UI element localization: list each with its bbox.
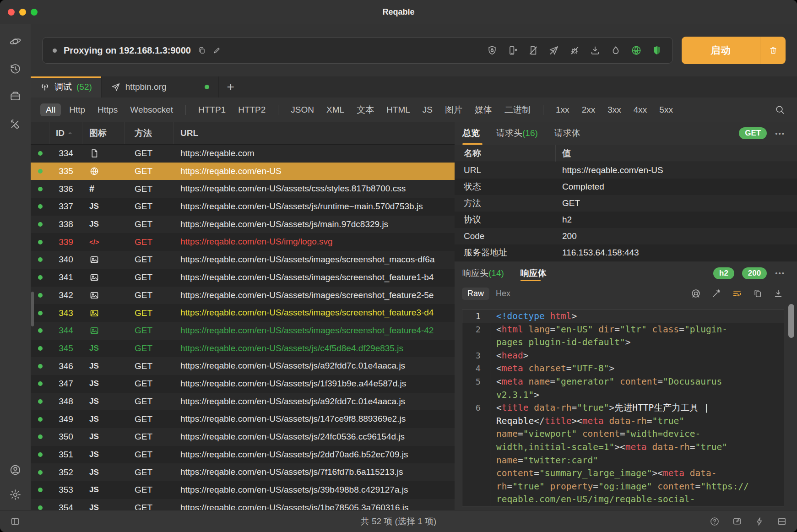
code-viewer-scrollbar[interactable] — [788, 304, 794, 338]
filter-2xx[interactable]: 2xx — [582, 105, 596, 115]
column-header-icon[interactable]: 图标 — [82, 122, 125, 144]
browser-icon[interactable] — [691, 288, 701, 299]
add-session-tab-button[interactable]: + — [219, 76, 243, 98]
filter-websocket[interactable]: Websocket — [130, 105, 173, 115]
fullscreen-window-button[interactable] — [31, 9, 38, 16]
filter-http2[interactable]: HTTP2 — [238, 105, 266, 115]
filter-http1[interactable]: HTTP1 — [198, 105, 226, 115]
breakpoint-off-icon[interactable] — [569, 45, 580, 56]
tools-icon[interactable] — [9, 118, 22, 130]
history-icon[interactable] — [9, 63, 22, 75]
filter-https[interactable]: Https — [98, 105, 118, 115]
copy-icon[interactable] — [753, 288, 763, 299]
ssl-shield-lock-icon[interactable] — [487, 45, 498, 56]
more-options-icon[interactable]: ••• — [775, 130, 785, 137]
clear-sessions-button[interactable] — [760, 46, 786, 55]
collections-icon[interactable] — [9, 90, 22, 103]
request-row-352[interactable]: 352JSGEThttps://reqable.com/en-US/assets… — [31, 463, 455, 481]
search-icon[interactable] — [775, 104, 785, 115]
security-shield-icon[interactable] — [651, 45, 662, 56]
request-row-343[interactable]: 343GEThttps://reqable.com/en-US/assets/i… — [31, 304, 455, 322]
feedback-icon[interactable] — [732, 516, 742, 527]
request-id: 338 — [49, 216, 82, 233]
request-row-346[interactable]: 346JSGEThttps://reqable.com/en-US/assets… — [31, 357, 455, 375]
mock-off-icon[interactable] — [548, 45, 559, 56]
edit-proxy-icon[interactable] — [213, 46, 221, 54]
code-text: content="summary_large_image"><meta data… — [490, 467, 716, 480]
request-row-351[interactable]: 351JSGEThttps://reqable.com/en-US/assets… — [31, 446, 455, 464]
download-sm-icon[interactable] — [773, 288, 783, 299]
account-icon[interactable] — [9, 464, 22, 476]
toggle-sidebar-icon[interactable] — [10, 516, 20, 527]
view-tab-raw[interactable]: Raw — [462, 288, 489, 300]
response-body-code-viewer[interactable]: 1<!doctype html>2<html lang="en-US" dir=… — [462, 309, 784, 506]
request-row-350[interactable]: 350JSGEThttps://reqable.com/en-US/assets… — [31, 428, 455, 446]
network-globe-icon[interactable] — [631, 45, 642, 56]
request-row-334[interactable]: 334GEThttps://reqable.com — [31, 145, 455, 163]
start-button[interactable]: 启动 — [682, 37, 786, 64]
request-row-339[interactable]: 339</>GEThttps://reqable.com/en-US/img/l… — [31, 233, 455, 251]
request-detail-tab-总览[interactable]: 总览 — [462, 122, 480, 145]
request-row-337[interactable]: 337JSGEThttps://reqable.com/en-US/assets… — [31, 198, 455, 216]
help-icon[interactable] — [710, 516, 720, 527]
request-id: 350 — [49, 428, 82, 446]
filter-图片[interactable]: 图片 — [445, 104, 462, 116]
traffic-lights — [8, 0, 38, 24]
copy-proxy-address-icon[interactable] — [198, 46, 206, 54]
column-header-method[interactable]: 方法 — [125, 122, 173, 144]
column-header-method-label: 方法 — [135, 127, 152, 139]
request-row-354[interactable]: 354JSGEThttps://reqable.com/en-US/assets… — [31, 499, 455, 510]
filter-文本[interactable]: 文本 — [357, 104, 374, 116]
request-list-scrollbar[interactable] — [31, 292, 34, 326]
view-tab-hex[interactable]: Hex — [496, 289, 510, 299]
request-row-340[interactable]: 340GEThttps://reqable.com/en-US/assets/i… — [31, 251, 455, 269]
settings-icon[interactable] — [9, 489, 22, 501]
wrap-icon[interactable] — [732, 288, 742, 299]
request-row-348[interactable]: 348JSGEThttps://reqable.com/en-US/assets… — [31, 393, 455, 411]
filter-4xx[interactable]: 4xx — [634, 105, 647, 115]
filter-xml[interactable]: XML — [326, 105, 344, 115]
column-header-id[interactable]: ID — [49, 122, 82, 144]
request-row-335[interactable]: 335GEThttps://reqable.com/en-US — [31, 163, 455, 180]
close-window-button[interactable] — [8, 9, 15, 16]
filter-json[interactable]: JSON — [291, 105, 314, 115]
request-row-336[interactable]: 336#GEThttps://reqable.com/en-US/assets/… — [31, 180, 455, 198]
request-row-347[interactable]: 347JSGEThttps://reqable.com/en-US/assets… — [31, 375, 455, 393]
filter-all[interactable]: All — [40, 103, 61, 116]
request-row-353[interactable]: 353JSGEThttps://reqable.com/en-US/assets… — [31, 481, 455, 499]
filter-1xx[interactable]: 1xx — [556, 105, 569, 115]
device-mute-icon[interactable] — [507, 45, 518, 56]
filter-5xx[interactable]: 5xx — [659, 105, 673, 115]
lightning-icon[interactable] — [754, 516, 764, 527]
request-detail-tab-请求头[interactable]: 请求头(16) — [496, 122, 538, 145]
planet-icon[interactable] — [9, 35, 22, 48]
download-icon[interactable] — [590, 45, 601, 56]
response-detail-tab-响应头[interactable]: 响应头(14) — [462, 261, 504, 285]
request-row-344[interactable]: 344GEThttps://reqable.com/en-US/assets/i… — [31, 322, 455, 340]
filter-3xx[interactable]: 3xx — [607, 105, 621, 115]
request-table[interactable]: 334GEThttps://reqable.com335GEThttps://r… — [31, 145, 455, 510]
minimize-window-button[interactable] — [19, 9, 26, 16]
drop-icon[interactable] — [610, 45, 621, 56]
session-tab-调试[interactable]: 调试(52) — [31, 76, 102, 98]
filter-http[interactable]: Http — [69, 105, 85, 115]
overview-row-方法: 方法GET — [455, 195, 797, 212]
filter-媒体[interactable]: 媒体 — [475, 104, 492, 116]
filter-js[interactable]: JS — [423, 105, 433, 115]
column-header-url[interactable]: URL — [173, 122, 455, 144]
request-detail-tab-请求体[interactable]: 请求体 — [554, 122, 580, 145]
wand-icon[interactable] — [711, 288, 721, 299]
response-detail-tab-响应体[interactable]: 响应体 — [520, 261, 547, 285]
more-options-icon[interactable]: ••• — [775, 269, 785, 277]
filter-二进制[interactable]: 二进制 — [504, 104, 531, 116]
request-row-342[interactable]: 342GEThttps://reqable.com/en-US/assets/i… — [31, 287, 455, 304]
line-number — [462, 415, 490, 428]
script-off-icon[interactable] — [528, 45, 539, 56]
session-tab-httpbin.org[interactable]: httpbin.org — [102, 76, 219, 98]
request-row-345[interactable]: 345JSGEThttps://reqable.com/en-US/assets… — [31, 340, 455, 358]
request-row-338[interactable]: 338JSGEThttps://reqable.com/en-US/assets… — [31, 216, 455, 233]
request-row-349[interactable]: 349JSGEThttps://reqable.com/en-US/assets… — [31, 410, 455, 428]
request-row-341[interactable]: 341GEThttps://reqable.com/en-US/assets/i… — [31, 269, 455, 287]
layout-rows-icon[interactable] — [777, 516, 787, 527]
filter-html[interactable]: HTML — [386, 105, 410, 115]
